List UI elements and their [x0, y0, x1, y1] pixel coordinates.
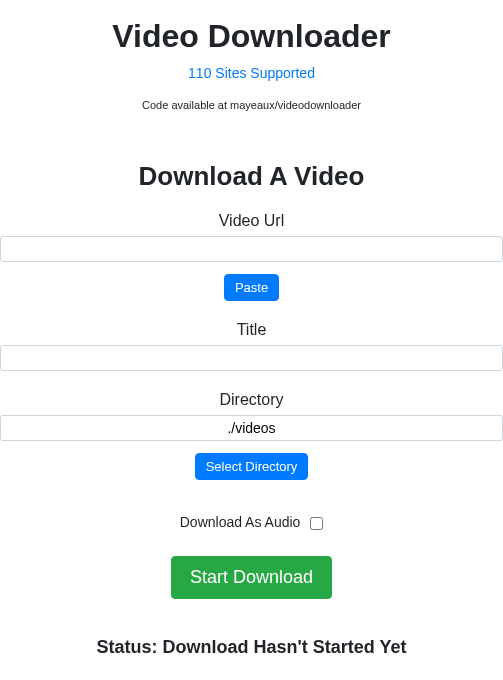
directory-input[interactable]	[0, 415, 503, 441]
status-prefix: Status:	[96, 637, 162, 657]
status-message: Download Hasn't Started Yet	[163, 637, 407, 657]
status-line: Status: Download Hasn't Started Yet	[0, 637, 503, 658]
download-as-audio-checkbox[interactable]	[310, 517, 323, 530]
download-as-audio-label: Download As Audio	[180, 514, 301, 530]
app-title: Video Downloader	[0, 18, 503, 55]
select-directory-button[interactable]: Select Directory	[195, 453, 309, 480]
download-heading: Download A Video	[0, 161, 503, 192]
video-url-input[interactable]	[0, 236, 503, 262]
directory-label: Directory	[0, 391, 503, 409]
title-input[interactable]	[0, 345, 503, 371]
paste-button[interactable]: Paste	[224, 274, 279, 301]
start-download-button[interactable]: Start Download	[171, 556, 332, 599]
video-url-label: Video Url	[0, 212, 503, 230]
title-label: Title	[0, 321, 503, 339]
code-available-note: Code available at mayeaux/videodownloade…	[0, 99, 503, 111]
sites-supported-link[interactable]: 110 Sites Supported	[0, 65, 503, 81]
